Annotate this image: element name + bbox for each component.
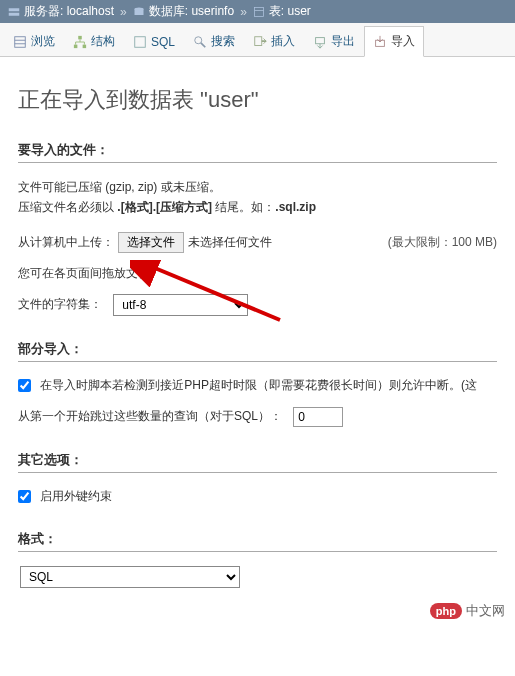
tabs: 浏览 结构 SQL 搜索 插入 导出 导入: [0, 23, 515, 57]
no-file-text: 未选择任何文件: [188, 234, 272, 251]
format-select[interactable]: SQL: [20, 566, 240, 588]
svg-rect-3: [134, 9, 143, 15]
skip-input[interactable]: [293, 407, 343, 427]
breadcrumb-sep: »: [240, 5, 247, 19]
section-format: 格式：: [18, 530, 497, 552]
drag-hint: 您可在各页面间拖放文件。: [18, 265, 162, 282]
section-partial-import: 部分导入：: [18, 340, 497, 362]
structure-icon: [73, 35, 87, 49]
tab-label: 浏览: [31, 33, 55, 50]
charset-label: 文件的字符集：: [18, 296, 102, 313]
watermark-badge: php: [430, 603, 462, 619]
fk-label: 启用外键约束: [40, 489, 112, 503]
svg-rect-6: [15, 36, 26, 47]
tab-structure[interactable]: 结构: [64, 26, 124, 56]
fk-checkbox[interactable]: [18, 490, 31, 503]
watermark-text: 中文网: [466, 602, 505, 620]
interrupt-label: 在导入时脚本若检测到接近PHP超时时限（即需要花费很长时间）则允许中断。(这: [40, 378, 477, 392]
breadcrumb: 服务器: localhost » 数据库: userinfo » 表: user: [0, 0, 515, 23]
svg-rect-19: [255, 36, 262, 45]
export-icon: [313, 35, 327, 49]
tab-label: 导入: [391, 33, 415, 50]
tab-label: 结构: [91, 33, 115, 50]
sql-icon: [133, 35, 147, 49]
section-other-options: 其它选项：: [18, 451, 497, 473]
svg-rect-1: [9, 12, 20, 15]
svg-rect-0: [9, 8, 20, 11]
upload-label: 从计算机中上传：: [18, 234, 114, 251]
svg-point-17: [195, 36, 202, 43]
tab-label: 搜索: [211, 33, 235, 50]
server-icon: [8, 6, 20, 18]
compress-hint: 文件可能已压缩 (gzip, zip) 或未压缩。 压缩文件名必须以 .[格式]…: [18, 177, 497, 218]
import-icon: [373, 35, 387, 49]
tab-label: 插入: [271, 33, 295, 50]
breadcrumb-server[interactable]: 服务器: localhost: [24, 3, 114, 20]
tab-search[interactable]: 搜索: [184, 26, 244, 56]
search-icon: [193, 35, 207, 49]
table-icon: [253, 6, 265, 18]
interrupt-checkbox[interactable]: [18, 379, 31, 392]
choose-file-button[interactable]: 选择文件: [118, 232, 184, 253]
skip-label: 从第一个开始跳过这些数量的查询（对于SQL）：: [18, 408, 282, 425]
tab-sql[interactable]: SQL: [124, 26, 184, 56]
tab-label: 导出: [331, 33, 355, 50]
breadcrumb-database[interactable]: 数据库: userinfo: [149, 3, 234, 20]
tab-label: SQL: [151, 35, 175, 49]
svg-rect-21: [316, 37, 325, 43]
breadcrumb-sep: »: [120, 5, 127, 19]
browse-icon: [13, 35, 27, 49]
watermark: php 中文网: [430, 602, 505, 620]
svg-line-18: [201, 42, 205, 46]
svg-rect-10: [74, 44, 78, 48]
svg-rect-16: [135, 36, 146, 47]
svg-rect-4: [254, 7, 263, 16]
page-title: 正在导入到数据表 "user": [18, 85, 497, 115]
max-limit: (最大限制：100 MB): [388, 234, 497, 251]
tab-import[interactable]: 导入: [364, 26, 424, 57]
insert-icon: [253, 35, 267, 49]
section-file-to-import: 要导入的文件：: [18, 141, 497, 163]
charset-select[interactable]: utf-8: [113, 294, 248, 316]
svg-rect-9: [78, 35, 82, 39]
breadcrumb-table[interactable]: 表: user: [269, 3, 311, 20]
tab-browse[interactable]: 浏览: [4, 26, 64, 56]
svg-rect-11: [83, 44, 87, 48]
database-icon: [133, 6, 145, 18]
tab-insert[interactable]: 插入: [244, 26, 304, 56]
tab-export[interactable]: 导出: [304, 26, 364, 56]
